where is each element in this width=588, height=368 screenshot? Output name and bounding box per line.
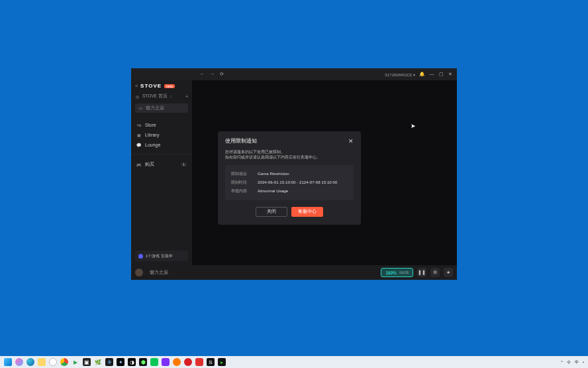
user-id-dropdown[interactable]: S172068402(3) ▾	[385, 72, 415, 77]
brand-badge: beta	[164, 84, 175, 88]
modal-description: 您对该服务的以下使用已被限制。 如有疑问或异议请认真阅读以下内容后前往客服中心。	[225, 149, 354, 160]
play-icon[interactable]: ▶	[72, 358, 79, 366]
gamepad-icon: 🎮	[136, 162, 141, 167]
modal-close-icon[interactable]: ✕	[348, 138, 354, 145]
edge-icon[interactable]	[26, 358, 34, 366]
table-row: 举报内容 Abnormal Usage	[231, 187, 348, 196]
download-status-chip[interactable]: 1个游戏 安装中	[135, 251, 188, 261]
page-icon: ▭	[138, 105, 143, 111]
app-icon-6[interactable]: ⬢	[139, 358, 147, 366]
table-row: 限制项目 Game Restriction	[231, 170, 348, 178]
brand: ≡ STOVE beta	[131, 80, 192, 92]
stove-client-window: ← → ⟳ S172068402(3) ▾ 🔔 — ▢ ✕ ≡ STOVE be…	[131, 68, 457, 280]
modal-support-button[interactable]: 客服中心	[291, 207, 323, 217]
purchased-count: 1	[181, 162, 187, 166]
favorite-button[interactable]: ★	[444, 268, 453, 277]
windows-taskbar: ▶ ▣ 🌿 ❄ ✦ ◑ ⬢ S ▸ ^ 令 中 •	[0, 356, 588, 368]
maximize-button[interactable]: ▢	[438, 72, 444, 77]
menu-icon[interactable]: ≡	[135, 84, 138, 88]
lounge-icon: 💬	[136, 143, 141, 147]
app-icon-3[interactable]: ❄	[105, 358, 113, 366]
sidebar-item-lounge[interactable]: 💬 Lounge	[131, 140, 192, 150]
notifications-icon[interactable]: 🔔	[419, 72, 425, 77]
bottom-bar: 魅力之源 100% /66GB ❚❚ ⚙ ★	[131, 265, 457, 280]
search-text: 魅力之源	[146, 105, 164, 111]
settings-button[interactable]: ⚙	[430, 268, 440, 277]
tray-network-icon[interactable]: 中	[575, 359, 579, 365]
tray-more-icon[interactable]: •	[583, 360, 584, 364]
library-icon: ▦	[136, 133, 141, 137]
tray-ime[interactable]: 令	[567, 359, 571, 365]
window-controls: — ▢ ✕	[429, 72, 453, 77]
app-icon-8[interactable]	[173, 358, 181, 366]
sidebar-search[interactable]: ▭ 魅力之源	[135, 103, 188, 113]
nav-reload-icon[interactable]: ⟳	[220, 72, 224, 77]
restriction-modal: 使用限制通知 ✕ 您对该服务的以下使用已被限制。 如有疑问或异议请认真阅读以下内…	[218, 131, 361, 225]
nav-controls: ← → ⟳	[200, 72, 224, 77]
browser-icon[interactable]	[49, 358, 57, 366]
add-tab-icon[interactable]: +	[185, 94, 188, 99]
progress-size: /66GB	[399, 271, 409, 275]
sidebar: ≡ STOVE beta ◎ STOVE 首页 › + ▭ 魅力之源 🛍 Sto…	[131, 80, 192, 265]
close-window-button[interactable]: ✕	[448, 72, 453, 77]
nav-back-icon[interactable]: ←	[200, 72, 205, 77]
system-tray[interactable]: ^ 令 中 •	[561, 359, 584, 365]
line-icon[interactable]	[150, 358, 158, 366]
brand-name: STOVE	[140, 83, 162, 89]
compass-icon: ◎	[135, 94, 140, 99]
progress-percent: 100%	[385, 271, 397, 275]
copilot-icon[interactable]	[15, 358, 23, 366]
mouse-cursor-icon: ➤	[411, 123, 416, 129]
chrome-icon[interactable]	[60, 358, 68, 366]
app-icon-2[interactable]: 🌿	[94, 358, 102, 366]
titlebar: ← → ⟳ S172068402(3) ▾ 🔔 — ▢ ✕	[131, 68, 457, 80]
app-icon-1[interactable]: ▣	[83, 358, 91, 366]
nav-forward-icon[interactable]: →	[210, 72, 215, 77]
now-playing-label: 魅力之源	[150, 270, 168, 276]
game-avatar[interactable]	[135, 269, 143, 276]
app-icon-4[interactable]: ✦	[117, 358, 124, 366]
sidebar-item-store[interactable]: 🛍 Store	[131, 120, 192, 130]
minimize-button[interactable]: —	[429, 72, 434, 77]
start-icon[interactable]	[4, 358, 12, 366]
download-dot-icon	[138, 254, 143, 259]
sidebar-home-header[interactable]: ◎ STOVE 首页 › +	[131, 92, 192, 101]
main-content: ➤ 使用限制通知 ✕ 您对该服务的以下使用已被限制。 如有疑问或异议请认真阅读以…	[192, 80, 457, 265]
sidebar-item-purchased[interactable]: 🎮 购买 1	[131, 158, 192, 170]
app-icon-9[interactable]	[184, 358, 192, 366]
app-icon-10[interactable]	[195, 358, 203, 366]
app-icon-11[interactable]: S	[207, 358, 215, 366]
modal-close-button[interactable]: 关闭	[256, 207, 287, 217]
pause-button[interactable]: ❚❚	[417, 268, 426, 277]
app-icon-5[interactable]: ◑	[128, 358, 136, 366]
app-icon-12[interactable]: ▸	[218, 358, 226, 366]
tray-chevron-icon[interactable]: ^	[561, 360, 563, 364]
restriction-table: 限制项目 Game Restriction 限制时段 2024-06-01 15…	[225, 165, 354, 200]
table-row: 限制时段 2024-06-01 15:10:00 - 2124-07-08 15…	[231, 178, 348, 187]
explorer-icon[interactable]	[38, 358, 46, 366]
install-progress[interactable]: 100% /66GB	[381, 268, 413, 277]
app-icon-7[interactable]	[162, 358, 170, 366]
sidebar-item-library[interactable]: ▦ Library	[131, 130, 192, 140]
store-icon: 🛍	[136, 123, 141, 127]
modal-title: 使用限制通知	[225, 138, 257, 145]
